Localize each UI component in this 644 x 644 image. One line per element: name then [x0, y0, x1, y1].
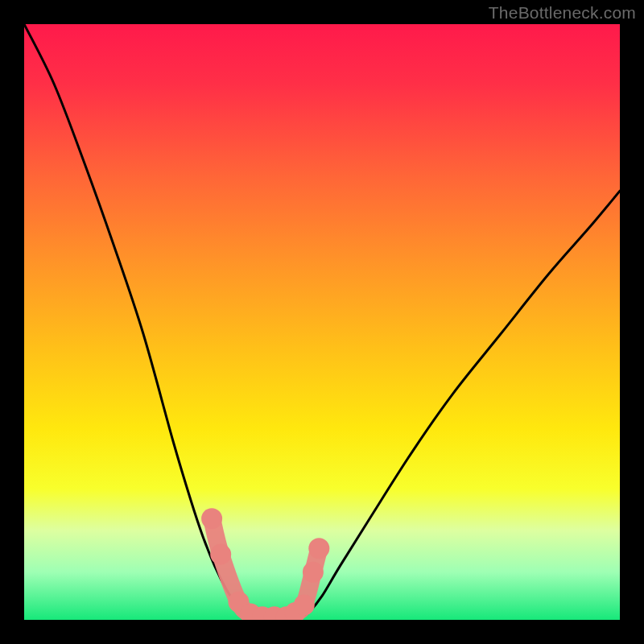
chart-frame [24, 24, 620, 620]
gradient-backdrop [24, 24, 620, 620]
marker-dot [210, 544, 231, 565]
marker-dot [201, 508, 222, 529]
marker-dot [294, 595, 315, 616]
watermark-text: TheBottleneck.com [489, 3, 636, 23]
bottleneck-chart [24, 24, 620, 620]
marker-dot [303, 562, 324, 583]
marker-dot [308, 538, 329, 559]
